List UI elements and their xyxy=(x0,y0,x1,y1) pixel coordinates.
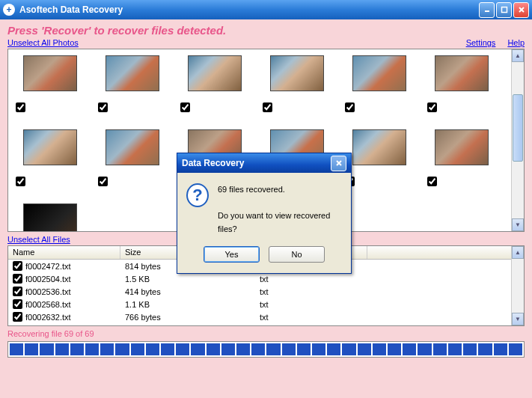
file-name: f0002632.txt xyxy=(25,313,71,322)
yes-button[interactable]: Yes xyxy=(204,246,260,263)
photo-thumbnail[interactable] xyxy=(270,55,324,91)
files-scrollbar[interactable]: ▲ ▼ xyxy=(511,246,524,325)
progress-segment xyxy=(494,343,507,355)
photo-item[interactable] xyxy=(180,55,248,100)
file-name: f0002568.txt xyxy=(25,300,71,309)
photo-thumbnail[interactable] xyxy=(435,129,489,165)
file-size: 1.1 KB xyxy=(120,299,255,310)
file-extension: txt xyxy=(255,312,367,322)
photo-thumbnail[interactable] xyxy=(188,55,242,91)
photo-item[interactable] xyxy=(16,55,83,100)
scroll-up-arrow[interactable]: ▲ xyxy=(512,49,524,62)
table-row[interactable]: f0002632.txt766 bytestxt xyxy=(8,310,524,323)
unselect-files-link[interactable]: Unselect All Files xyxy=(7,235,70,244)
progress-segment xyxy=(176,343,189,355)
progress-segment xyxy=(115,343,129,355)
file-checkbox[interactable] xyxy=(13,312,22,322)
progress-segment xyxy=(282,343,296,355)
scroll-down-arrow[interactable]: ▼ xyxy=(512,313,524,325)
instruction-text: Press 'Recover' to recover files detecte… xyxy=(7,24,525,37)
table-row[interactable]: f0002568.txt1.1 KBtxt xyxy=(8,298,524,310)
photo-checkbox[interactable] xyxy=(98,177,108,186)
scroll-down-arrow[interactable]: ▼ xyxy=(512,218,524,231)
photo-thumbnail[interactable] xyxy=(352,129,406,165)
file-checkbox[interactable] xyxy=(13,274,22,284)
dialog-message: 69 files recovered. Do you want to view … xyxy=(218,183,342,236)
progress-segment xyxy=(191,343,204,355)
file-checkbox[interactable] xyxy=(13,299,22,309)
progress-segment xyxy=(40,343,53,355)
photo-thumbnail[interactable] xyxy=(23,203,77,232)
photo-item[interactable] xyxy=(16,203,83,232)
dialog-titlebar: Data Recovery xyxy=(177,153,351,173)
progress-segment xyxy=(207,343,220,355)
column-spacer xyxy=(367,246,524,259)
photo-checkbox[interactable] xyxy=(345,102,355,112)
file-checkbox[interactable] xyxy=(13,287,22,296)
photos-scrollbar[interactable]: ▲ ▼ xyxy=(511,49,524,231)
status-text: Recovering file 69 of 69 xyxy=(7,329,525,338)
maximize-button[interactable] xyxy=(496,2,512,18)
table-row[interactable]: f0002536.txt414 bytestxt xyxy=(8,285,524,298)
photo-checkbox[interactable] xyxy=(16,177,25,186)
photo-checkbox[interactable] xyxy=(427,102,437,112)
photo-thumbnail[interactable] xyxy=(23,129,77,165)
recovery-dialog: Data Recovery ? 69 files recovered. Do y… xyxy=(177,153,352,274)
minimize-button[interactable] xyxy=(479,2,495,18)
column-name[interactable]: Name xyxy=(8,246,120,259)
dialog-line2: Do you want to view recovered files? xyxy=(218,209,342,236)
progress-segment xyxy=(327,343,340,355)
progress-segment xyxy=(403,343,416,355)
file-extension: txt xyxy=(255,299,367,310)
progress-segment xyxy=(266,343,280,355)
app-icon: + xyxy=(3,4,15,16)
unselect-photos-link[interactable]: Unselect All Photos xyxy=(7,38,79,47)
file-extension: txt xyxy=(255,287,367,297)
photo-item[interactable] xyxy=(427,129,495,174)
progress-segment xyxy=(161,343,174,355)
help-link[interactable]: Help xyxy=(507,38,525,47)
file-name: f0002472.txt xyxy=(25,262,71,271)
titlebar: + Asoftech Data Recovery xyxy=(0,0,532,19)
dialog-title: Data Recovery xyxy=(182,158,331,168)
scroll-up-arrow[interactable]: ▲ xyxy=(512,246,524,259)
photo-item[interactable] xyxy=(16,129,83,174)
progress-segment xyxy=(25,343,38,355)
progress-segment xyxy=(85,343,99,355)
photo-item[interactable] xyxy=(263,55,330,100)
dialog-close-button[interactable] xyxy=(331,156,346,171)
photo-thumbnail[interactable] xyxy=(23,55,77,91)
question-icon: ? xyxy=(186,183,209,207)
progress-segment xyxy=(70,343,84,355)
file-checkbox[interactable] xyxy=(13,261,22,271)
progress-segment xyxy=(388,343,401,355)
settings-link[interactable]: Settings xyxy=(466,38,496,47)
close-button[interactable] xyxy=(513,2,529,18)
progress-segment xyxy=(478,343,492,355)
photo-checkbox[interactable] xyxy=(98,102,108,112)
progress-segment xyxy=(297,343,311,355)
progress-segment xyxy=(251,343,265,355)
progress-segment xyxy=(131,343,144,355)
file-size: 1.5 KB xyxy=(120,274,255,284)
scroll-thumb[interactable] xyxy=(513,94,523,162)
photo-item[interactable] xyxy=(98,55,165,100)
progress-segment xyxy=(448,343,462,355)
photo-item[interactable] xyxy=(345,55,412,100)
table-row[interactable]: f0002504.txt1.5 KBtxt xyxy=(8,272,524,285)
progress-segment xyxy=(312,343,325,355)
progress-segment xyxy=(221,343,235,355)
photo-thumbnail[interactable] xyxy=(352,55,406,91)
progress-segment xyxy=(100,343,114,355)
no-button[interactable]: No xyxy=(269,246,325,263)
photo-checkbox[interactable] xyxy=(16,102,25,112)
photo-item[interactable] xyxy=(98,129,165,174)
photo-checkbox[interactable] xyxy=(263,102,272,112)
photo-item[interactable] xyxy=(427,55,495,100)
photo-checkbox[interactable] xyxy=(180,102,190,112)
photo-checkbox[interactable] xyxy=(427,177,437,186)
photo-thumbnail[interactable] xyxy=(435,55,489,91)
photo-thumbnail[interactable] xyxy=(106,129,159,165)
photo-thumbnail[interactable] xyxy=(106,55,159,91)
photo-item[interactable] xyxy=(345,129,412,174)
